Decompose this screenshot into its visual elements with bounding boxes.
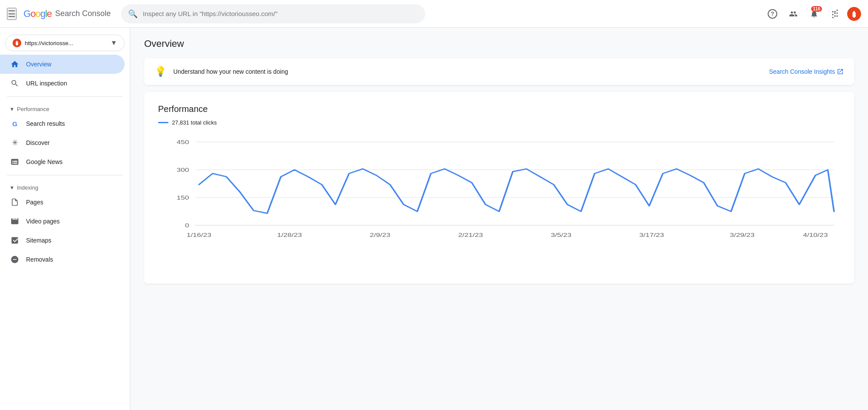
sidebar-item-removals[interactable]: Removals — [0, 250, 125, 269]
sidebar-item-search-results[interactable]: G Search results — [0, 114, 125, 133]
apps-button[interactable] — [826, 5, 844, 23]
topbar: ☰ Google Search Console 🔍 ? 116 — [0, 0, 868, 28]
sidebar: https://victoriosse... ▼ Overview URL in… — [0, 28, 130, 410]
legend-label: 27,831 total clicks — [172, 119, 217, 126]
lightbulb-icon: 💡 — [155, 66, 166, 77]
svg-text:1/28/23: 1/28/23 — [277, 232, 302, 238]
divider-2 — [7, 175, 123, 175]
legend-line — [158, 122, 168, 123]
grid-icon — [831, 10, 839, 18]
sidebar-item-label-sitemaps: Sitemaps — [26, 237, 51, 244]
layout: https://victoriosse... ▼ Overview URL in… — [0, 28, 868, 410]
avatar[interactable] — [847, 7, 861, 21]
app-name: Search Console — [55, 9, 111, 18]
notifications-button[interactable]: 116 — [805, 5, 823, 23]
insight-text: Understand how your new content is doing — [173, 68, 762, 75]
sidebar-item-label-overview: Overview — [26, 61, 51, 68]
news-icon — [10, 157, 19, 166]
google-wordmark: Google — [23, 8, 52, 20]
svg-text:3/5/23: 3/5/23 — [551, 232, 572, 238]
topbar-actions: ? 116 — [764, 5, 861, 23]
account-icon — [789, 10, 798, 18]
external-link-icon — [837, 68, 844, 75]
help-button[interactable]: ? — [764, 5, 781, 23]
site-logo-icon — [14, 40, 20, 46]
chart-svg: 450 300 150 0 1/16/23 1/28/23 2/9/23 2/2… — [158, 133, 840, 272]
sidebar-item-label-removals: Removals — [26, 256, 53, 263]
sidebar-item-pages[interactable]: Pages — [0, 193, 125, 212]
search-icon: 🔍 — [128, 9, 138, 19]
sidebar-item-label-url-inspection: URL inspection — [26, 80, 67, 87]
sidebar-item-url-inspection[interactable]: URL inspection — [0, 74, 125, 93]
account-button[interactable] — [785, 5, 802, 23]
svg-text:1/16/23: 1/16/23 — [187, 232, 211, 238]
sidebar-item-label-search-results: Search results — [26, 120, 65, 127]
dropdown-chevron-icon: ▼ — [110, 39, 117, 47]
discover-icon: ✳ — [10, 138, 19, 147]
performance-legend: 27,831 total clicks — [158, 119, 840, 126]
sidebar-item-label-pages: Pages — [26, 199, 43, 206]
menu-icon[interactable]: ☰ — [7, 8, 17, 20]
search-icon — [10, 79, 19, 88]
svg-text:300: 300 — [177, 167, 189, 173]
sidebar-item-label-video-pages: Video pages — [26, 218, 60, 225]
main-content: Overview 💡 Understand how your new conte… — [130, 28, 868, 410]
site-favicon — [13, 39, 21, 47]
search-bar[interactable]: 🔍 — [121, 4, 425, 23]
logo: Google Search Console — [23, 8, 111, 20]
pages-icon — [10, 198, 19, 207]
svg-text:2/9/23: 2/9/23 — [370, 232, 390, 238]
svg-text:3/17/23: 3/17/23 — [639, 232, 664, 238]
section-header-performance[interactable]: ▾ Performance — [0, 100, 130, 114]
sidebar-item-video-pages[interactable]: Video pages — [0, 212, 125, 231]
google-g-icon: G — [10, 119, 19, 128]
search-input[interactable] — [143, 10, 418, 17]
divider-1 — [7, 96, 123, 97]
site-selector[interactable]: https://victoriosse... ▼ — [5, 35, 125, 51]
svg-text:3/29/23: 3/29/23 — [730, 232, 755, 238]
chevron-down-icon: ▾ — [10, 105, 13, 112]
svg-text:450: 450 — [177, 139, 189, 145]
svg-text:2/21/23: 2/21/23 — [458, 232, 483, 238]
svg-text:150: 150 — [177, 194, 189, 200]
removals-icon — [10, 255, 19, 264]
home-icon — [10, 60, 19, 69]
section-header-indexing[interactable]: ▾ Indexing — [0, 179, 130, 193]
sidebar-item-label-google-news: Google News — [26, 158, 63, 165]
page-title: Overview — [144, 38, 854, 49]
performance-card: Performance 27,831 total clicks 450 300 — [144, 92, 854, 284]
performance-title: Performance — [158, 104, 840, 114]
insight-link-text: Search Console Insights — [769, 68, 835, 75]
sidebar-item-overview[interactable]: Overview — [0, 55, 125, 74]
notification-badge: 116 — [811, 6, 822, 12]
insight-banner: 💡 Understand how your new content is doi… — [144, 58, 854, 85]
search-console-insights-link[interactable]: Search Console Insights — [769, 68, 844, 75]
sidebar-item-discover[interactable]: ✳ Discover — [0, 133, 125, 152]
performance-chart: 450 300 150 0 1/16/23 1/28/23 2/9/23 2/2… — [158, 133, 840, 272]
sidebar-item-google-news[interactable]: Google News — [0, 152, 125, 171]
svg-text:4/10/23: 4/10/23 — [803, 232, 828, 238]
help-icon: ? — [768, 9, 777, 19]
svg-text:0: 0 — [185, 222, 189, 228]
site-url: https://victoriosse... — [25, 40, 107, 46]
video-icon — [10, 217, 19, 226]
sidebar-item-label-discover: Discover — [26, 139, 50, 146]
section-label-performance: Performance — [17, 106, 49, 112]
sitemaps-icon — [10, 236, 19, 245]
chevron-down-icon-2: ▾ — [10, 184, 13, 191]
sidebar-item-sitemaps[interactable]: Sitemaps — [0, 231, 125, 250]
flame-icon — [850, 10, 858, 18]
section-label-indexing: Indexing — [17, 184, 38, 191]
